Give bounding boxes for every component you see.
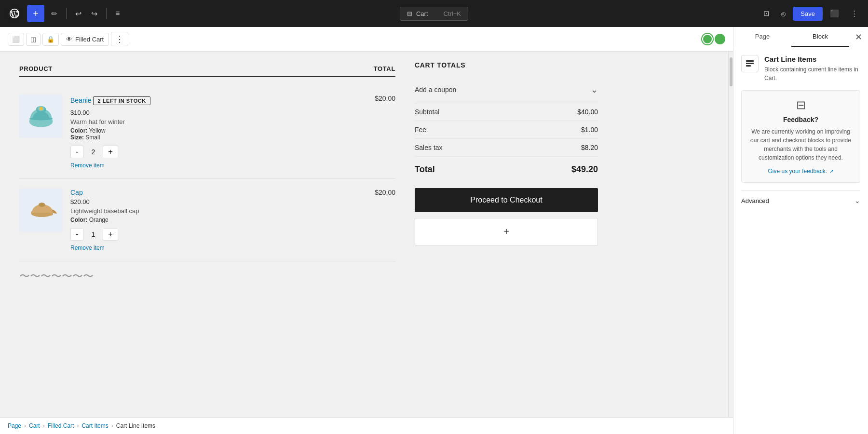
add-block-toolbar-button[interactable]: + [27, 5, 44, 22]
cap-qty-control: - 1 + [70, 228, 367, 241]
wordpress-logo[interactable] [6, 5, 23, 22]
cap-description: Lightweight baseball cap [70, 207, 367, 215]
block-title: Cart Line Items [764, 55, 860, 63]
options-button[interactable]: ⋮ [846, 6, 862, 21]
fee-label: Fee [415, 126, 426, 134]
status-indicators [702, 34, 725, 44]
beanie-line-total: $20.00 [375, 95, 395, 102]
cap-qty-value: 1 [87, 231, 99, 238]
breadcrumb: Page › Cart › Filled Cart › Cart Items ›… [0, 417, 733, 434]
save-button[interactable]: Save [793, 7, 823, 21]
cart-label: Cart [416, 10, 428, 17]
filled-cart-button[interactable]: 👁 Filled Cart [61, 33, 109, 46]
breadcrumb-sep-4: › [111, 422, 113, 429]
block-info-text: Cart Line Items Block containing current… [764, 55, 860, 82]
layout-2-icon: ◫ [30, 36, 36, 43]
feedback-title: Feedback? [749, 116, 852, 123]
cap-qty-decrease[interactable]: - [70, 228, 83, 241]
cap-link[interactable]: Cap [70, 189, 83, 196]
breadcrumb-sep-3: › [77, 422, 79, 429]
view-toggle-button[interactable]: ⊡ [759, 6, 774, 21]
beanie-qty-decrease[interactable]: - [70, 146, 83, 158]
beanie-qty-increase[interactable]: + [103, 146, 118, 158]
cap-image [19, 189, 63, 232]
layout-view-1-button[interactable]: ⬜ [8, 33, 24, 46]
external-link-button[interactable]: ⎋ [777, 6, 790, 21]
edit-mode-button[interactable]: ✏ [48, 6, 60, 21]
block-description: Block containing current line items in C… [764, 65, 860, 82]
beanie-color: Color: Yellow [70, 127, 367, 134]
feedback-link[interactable]: Give us your feedback. ↗ [768, 168, 833, 175]
beanie-description: Warm hat for winter [70, 118, 367, 125]
breadcrumb-page[interactable]: Page [8, 422, 21, 429]
feedback-link-text: Give us your feedback. [768, 168, 827, 175]
advanced-chevron-icon: ⌄ [854, 197, 860, 204]
redo-button[interactable]: ↪ [88, 6, 100, 21]
cart-totals-section: CART TOTALS Add a coupon ⌄ Subtotal $40.… [415, 61, 598, 291]
product-column-header: PRODUCT [19, 65, 53, 72]
feedback-text: We are currently working on improving ou… [749, 127, 852, 162]
breadcrumb-cart-items[interactable]: Cart Items [81, 422, 108, 429]
scroll-hint: 〜〜〜〜〜〜〜 [19, 261, 395, 291]
breadcrumb-cart[interactable]: Cart [29, 422, 40, 429]
sales-tax-label: Sales tax [415, 144, 443, 151]
breadcrumb-filled-cart[interactable]: Filled Cart [48, 422, 74, 429]
tab-page[interactable]: Page [733, 27, 791, 47]
cap-price: $20.00 [70, 198, 367, 205]
cart-search-bar[interactable]: ⊟ Cart Ctrl+K [400, 7, 468, 21]
table-row: Cap $20.00 Lightweight baseball cap Colo… [19, 179, 395, 261]
cart-icon: ⊟ [407, 10, 412, 17]
coupon-row[interactable]: Add a coupon ⌄ [415, 77, 598, 103]
toolbar-right: ⊡ ⎋ Save ⬛ ⋮ [759, 6, 862, 21]
tab-block[interactable]: Block [791, 27, 849, 47]
svg-rect-8 [746, 65, 751, 67]
feedback-section: ⊟ Feedback? We are currently working on … [741, 90, 860, 183]
block-more-options-button[interactable]: ⋮ [111, 32, 128, 46]
scrollbar-track [728, 52, 733, 417]
checkout-button[interactable]: Proceed to Checkout [415, 188, 598, 212]
svg-point-5 [39, 203, 45, 207]
stock-badge: 2 LEFT IN STOCK [93, 96, 150, 105]
filled-cart-label: Filled Cart [75, 36, 104, 43]
coupon-label: Add a coupon [415, 86, 456, 94]
beanie-price: $10.00 [70, 109, 367, 116]
add-block-button[interactable]: + [415, 218, 598, 245]
layout-view-2-button[interactable]: ◫ [26, 33, 41, 46]
block-icon [741, 55, 759, 72]
lock-button[interactable]: 🔒 [42, 33, 59, 46]
table-row: Beanie 2 LEFT IN STOCK $10.00 Warm hat f… [19, 85, 395, 179]
fee-value: $1.00 [581, 126, 598, 134]
beanie-link[interactable]: Beanie [70, 96, 92, 104]
breadcrumb-sep-2: › [43, 422, 45, 429]
beanie-remove-link[interactable]: Remove item [70, 162, 105, 169]
cap-qty-increase[interactable]: + [103, 228, 118, 241]
total-value: $49.20 [571, 164, 598, 175]
beanie-qty-control: - 2 + [70, 146, 367, 158]
cart-totals-title: CART TOTALS [415, 61, 598, 69]
advanced-row[interactable]: Advanced ⌄ [741, 190, 860, 210]
right-sidebar: Page Block ✕ Cart Line Items Block conta… [733, 27, 868, 434]
layout-1-icon: ⬜ [12, 36, 20, 43]
beanie-image [19, 95, 63, 138]
cart-container: PRODUCT TOTAL [19, 61, 598, 291]
coupon-chevron-icon: ⌄ [591, 84, 598, 95]
page-content: PRODUCT TOTAL [0, 52, 728, 417]
total-column-header: TOTAL [374, 65, 395, 72]
cap-line-total: $20.00 [375, 189, 395, 196]
hamburger-button[interactable]: ≡ [112, 6, 122, 21]
sidebar-header: Page Block ✕ [733, 27, 868, 47]
sidebar-close-button[interactable]: ✕ [849, 28, 868, 46]
fee-row: Fee $1.00 [415, 121, 598, 139]
sales-tax-row: Sales tax $8.20 [415, 139, 598, 157]
beanie-qty-value: 2 [87, 148, 99, 156]
scrollbar-thumb[interactable] [730, 57, 732, 86]
undo-button[interactable]: ↩ [72, 6, 84, 21]
advanced-label: Advanced [741, 197, 769, 204]
main-layout: ⬜ ◫ 🔒 👁 Filled Cart ⋮ [0, 27, 868, 434]
cap-remove-link[interactable]: Remove item [70, 244, 105, 251]
svg-rect-6 [746, 60, 754, 62]
subtotal-label: Subtotal [415, 108, 439, 116]
sidebar-toggle-button[interactable]: ⬛ [826, 6, 843, 21]
sidebar-tabs: Page Block [733, 27, 849, 47]
external-link-icon: ↗ [829, 168, 834, 175]
